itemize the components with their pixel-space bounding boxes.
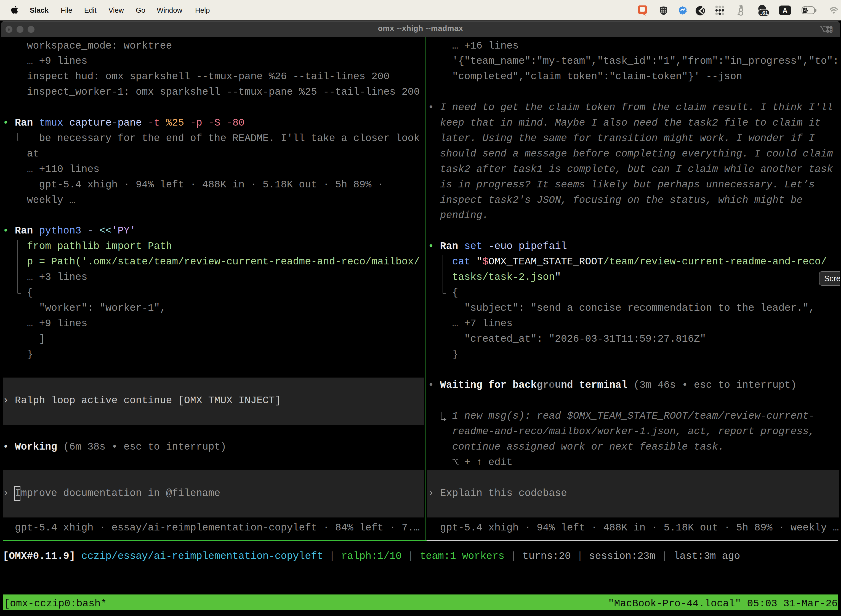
svg-text:1: 1	[830, 25, 834, 34]
svg-text:A: A	[782, 7, 787, 14]
svg-text:..61: ..61	[759, 10, 768, 16]
